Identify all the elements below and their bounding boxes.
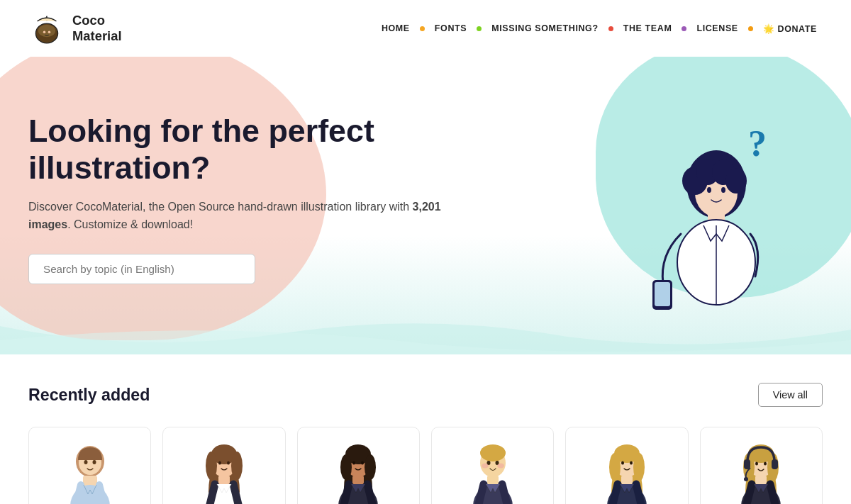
nav-dot-2 xyxy=(477,26,482,31)
illustration-card-3[interactable]: people person xyxy=(297,427,420,504)
nav-dot-1 xyxy=(420,26,425,31)
person-figure-2 xyxy=(182,439,267,504)
logo-icon xyxy=(28,10,65,47)
hero-subtitle: Discover CocoMaterial, the Open Source h… xyxy=(28,198,454,234)
illustration-card-6[interactable]: people person xyxy=(700,427,823,504)
svg-rect-50 xyxy=(487,476,499,484)
svg-point-69 xyxy=(755,462,758,466)
svg-point-39 xyxy=(365,454,376,480)
nav-link-missing[interactable]: MISSING SOMETHING? xyxy=(486,21,604,36)
svg-point-55 xyxy=(609,453,621,481)
svg-rect-33 xyxy=(218,476,230,484)
nav-dot-4 xyxy=(682,26,686,31)
svg-point-56 xyxy=(633,453,645,481)
section-header: Recently added View all xyxy=(28,383,823,407)
person-figure-4 xyxy=(450,439,535,504)
hero-search-bar[interactable] xyxy=(28,254,255,284)
svg-point-57 xyxy=(621,461,624,465)
illustration-card-1[interactable]: people person xyxy=(28,427,151,504)
hero-section: Looking for the perfect illustration? Di… xyxy=(0,57,851,354)
svg-rect-17 xyxy=(655,282,670,306)
illustration-card-4[interactable]: people person xyxy=(431,427,554,504)
svg-point-30 xyxy=(231,452,243,480)
svg-point-38 xyxy=(340,454,352,480)
nav-link-home[interactable]: HOME xyxy=(376,21,416,36)
logo-text: Coco Material xyxy=(72,13,122,44)
logo[interactable]: Coco Material xyxy=(28,10,122,47)
nav-dot-5 xyxy=(748,26,753,31)
svg-point-23 xyxy=(92,460,96,464)
nav-dot-3 xyxy=(608,26,613,31)
svg-rect-24 xyxy=(83,476,97,486)
nav-link-fonts[interactable]: FONTS xyxy=(429,21,472,36)
svg-point-45 xyxy=(480,444,506,461)
svg-point-13 xyxy=(725,168,747,194)
svg-rect-42 xyxy=(352,476,364,484)
svg-point-29 xyxy=(206,452,217,480)
illustration-card-5[interactable]: people person xyxy=(565,427,688,504)
person-figure-1 xyxy=(48,439,133,504)
illustration-card-2[interactable]: people person xyxy=(162,427,285,504)
svg-point-49 xyxy=(497,464,504,469)
svg-point-41 xyxy=(361,461,364,465)
view-all-button[interactable]: View all xyxy=(758,383,823,407)
svg-rect-59 xyxy=(621,476,633,484)
section-title: Recently added xyxy=(28,386,150,405)
recently-added-section: Recently added View all xyxy=(0,354,851,504)
svg-point-9 xyxy=(721,187,725,193)
svg-point-48 xyxy=(482,464,489,469)
person-figure-3 xyxy=(316,439,401,504)
person-figure-5 xyxy=(584,439,669,504)
svg-rect-71 xyxy=(755,476,767,484)
svg-point-58 xyxy=(630,461,633,465)
hero-content: Looking for the perfect illustration? Di… xyxy=(28,113,454,284)
svg-point-22 xyxy=(84,460,87,464)
navbar: Coco Material HOME FONTS MISSING SOMETHI… xyxy=(0,0,851,57)
search-input[interactable] xyxy=(38,254,246,284)
svg-point-5 xyxy=(48,30,50,33)
svg-point-1 xyxy=(38,25,55,37)
nav-link-donate[interactable]: 🌟 DONATE xyxy=(757,21,823,37)
svg-point-31 xyxy=(218,461,221,465)
nav-link-license[interactable]: LICENSE xyxy=(691,21,743,36)
svg-point-68 xyxy=(744,477,748,481)
svg-point-40 xyxy=(352,461,355,465)
hero-title: Looking for the perfect illustration? xyxy=(28,113,454,186)
svg-rect-67 xyxy=(772,459,778,469)
nav-link-team[interactable]: THE TEAM xyxy=(618,21,678,36)
hero-illustration: ? xyxy=(596,71,808,326)
svg-point-32 xyxy=(227,461,230,465)
svg-point-70 xyxy=(764,462,767,466)
illustrations-grid: people person xyxy=(28,427,823,504)
person-figure-6 xyxy=(718,439,803,504)
nav-links: HOME FONTS MISSING SOMETHING? THE TEAM L… xyxy=(376,21,823,37)
svg-point-8 xyxy=(707,187,711,193)
svg-text:?: ? xyxy=(748,123,767,164)
svg-point-4 xyxy=(43,30,45,33)
